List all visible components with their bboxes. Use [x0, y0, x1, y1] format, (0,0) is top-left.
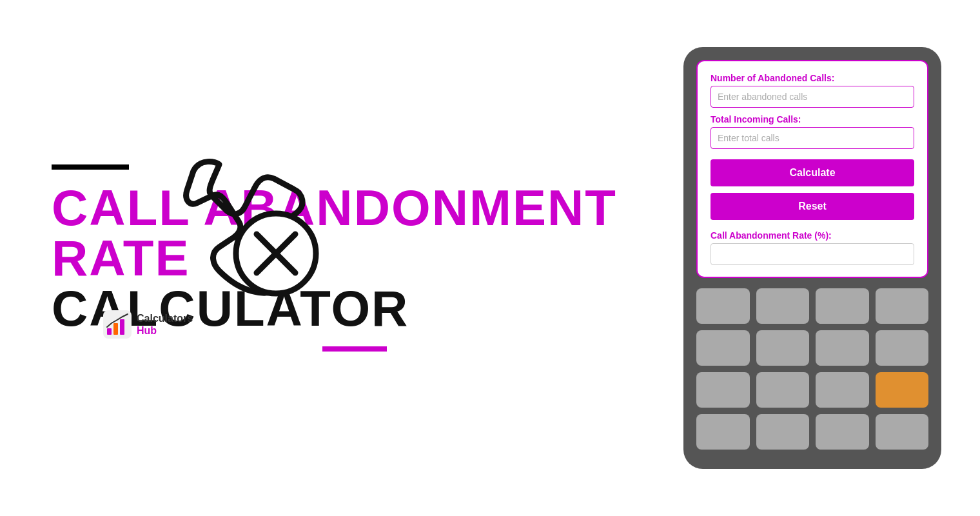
total-calls-input[interactable] [710, 127, 914, 149]
total-calls-field-group: Total Incoming Calls: [710, 114, 914, 149]
logo-area: Calculators Hub [103, 310, 193, 339]
svg-rect-4 [107, 328, 112, 335]
key-r2c3[interactable] [816, 330, 869, 366]
key-r3c1[interactable] [696, 372, 750, 408]
page-container: CALL ABANDONMENT RATE CALCULATOR [0, 0, 980, 516]
logo-calculators: Calculators [137, 312, 193, 324]
reset-button[interactable]: Reset [710, 193, 914, 220]
key-r1c3[interactable] [816, 288, 869, 324]
phone-abandoned-icon [168, 145, 335, 313]
calculate-button[interactable]: Calculate [710, 159, 914, 186]
svg-rect-6 [120, 319, 124, 335]
title-line1: CALL ABANDONMENT [52, 183, 658, 233]
key-r4c4[interactable] [876, 414, 929, 450]
title-line2: RATE [52, 233, 658, 283]
phone-icon-area [168, 145, 335, 313]
key-r4c1[interactable] [696, 414, 750, 450]
abandoned-calls-label: Number of Abandoned Calls: [710, 73, 914, 83]
key-r3c3[interactable] [816, 372, 869, 408]
key-r2c1[interactable] [696, 330, 750, 366]
abandoned-calls-field-group: Number of Abandoned Calls: [710, 73, 914, 108]
calculator-body: Number of Abandoned Calls: Total Incomin… [683, 47, 941, 469]
key-r1c2[interactable] [756, 288, 810, 324]
calculator-screen: Number of Abandoned Calls: Total Incomin… [696, 60, 928, 278]
key-r1c4[interactable] [876, 288, 929, 324]
logo-hub: Hub [137, 324, 193, 337]
total-calls-label: Total Incoming Calls: [710, 114, 914, 124]
mid-bar-decoration [322, 346, 387, 352]
key-r1c1[interactable] [696, 288, 750, 324]
keypad [696, 288, 928, 450]
result-label: Call Abandonment Rate (%): [710, 230, 914, 241]
abandoned-calls-input[interactable] [710, 86, 914, 108]
right-section: Number of Abandoned Calls: Total Incomin… [683, 47, 941, 469]
result-input [710, 243, 914, 265]
logo-text: Calculators Hub [137, 312, 193, 337]
result-field-group: Call Abandonment Rate (%): [710, 226, 914, 265]
logo-icon [103, 310, 132, 339]
key-r2c2[interactable] [756, 330, 810, 366]
svg-rect-5 [113, 323, 118, 335]
key-r4c2[interactable] [756, 414, 810, 450]
key-r4c3[interactable] [816, 414, 869, 450]
top-bar-decoration [52, 164, 129, 170]
key-r3c4-orange[interactable] [876, 372, 929, 408]
left-section: CALL ABANDONMENT RATE CALCULATOR [52, 164, 683, 352]
key-r3c2[interactable] [756, 372, 810, 408]
key-r2c4[interactable] [876, 330, 929, 366]
